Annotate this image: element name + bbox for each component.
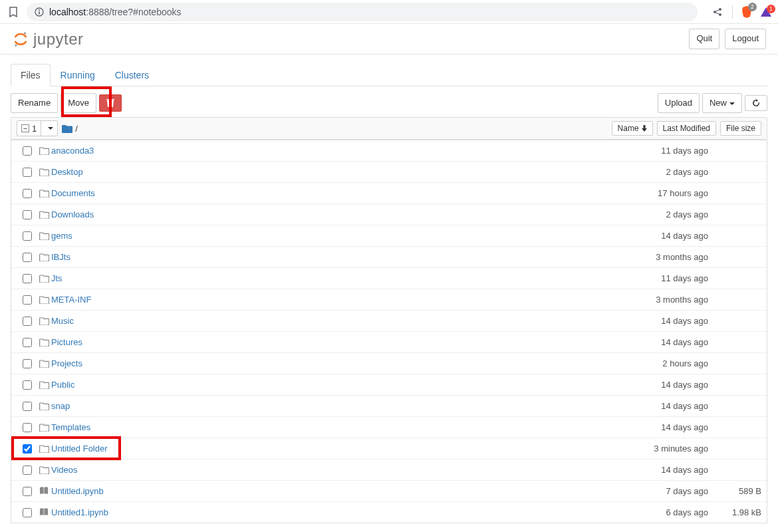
caret-down-icon	[48, 127, 53, 130]
row-checkbox[interactable]	[23, 168, 32, 177]
modified-cell: 17 hours ago	[608, 188, 715, 198]
folder-icon	[37, 381, 51, 389]
file-link[interactable]: snap	[51, 401, 70, 411]
select-dropdown[interactable]	[41, 121, 57, 136]
row-checkbox[interactable]	[23, 253, 32, 262]
tab-clusters[interactable]: Clusters	[105, 64, 159, 86]
row-checkbox[interactable]	[23, 338, 32, 347]
file-list: anaconda311 days agoDesktop2 days agoDoc…	[11, 140, 767, 523]
file-link[interactable]: Videos	[51, 465, 78, 475]
file-link[interactable]: IBJts	[51, 252, 70, 262]
jupyter-logo[interactable]: jupyter	[12, 30, 84, 49]
modified-cell: 14 days ago	[608, 231, 715, 241]
row-checkbox[interactable]	[23, 146, 32, 156]
folder-icon	[37, 253, 51, 261]
file-row: Templates14 days ago	[11, 416, 767, 438]
file-link[interactable]: Desktop	[51, 167, 83, 177]
arrow-down-icon	[642, 125, 647, 132]
folder-icon	[37, 402, 51, 410]
row-checkbox[interactable]	[23, 402, 32, 411]
file-row: IBJts3 months ago	[11, 246, 767, 267]
row-checkbox[interactable]	[23, 274, 32, 283]
size-cell: 589 B	[715, 486, 761, 496]
row-checkbox[interactable]	[23, 359, 32, 368]
file-link[interactable]: Downloads	[51, 209, 94, 219]
folder-icon	[37, 424, 51, 432]
row-checkbox[interactable]	[23, 210, 32, 219]
file-row: Pictures14 days ago	[11, 331, 767, 352]
folder-icon	[37, 360, 51, 368]
folder-icon	[37, 232, 51, 240]
tab-running[interactable]: Running	[51, 64, 105, 86]
move-button[interactable]: Move	[61, 93, 96, 113]
file-link[interactable]: Untitled1.ipynb	[51, 507, 108, 517]
svg-point-7	[15, 44, 17, 46]
folder-icon	[37, 168, 51, 176]
modified-cell: 14 days ago	[608, 337, 715, 347]
extension-icon[interactable]: 1	[761, 7, 771, 17]
svg-point-6	[24, 32, 26, 34]
row-checkbox[interactable]	[23, 423, 32, 432]
file-link[interactable]: Templates	[51, 422, 90, 432]
file-link[interactable]: Jts	[51, 273, 63, 283]
file-link[interactable]: Projects	[51, 358, 82, 368]
file-link[interactable]: Pictures	[51, 337, 82, 347]
sort-modified-button[interactable]: Last Modified	[657, 121, 716, 136]
file-row: Projects2 hours ago	[11, 352, 767, 374]
row-checkbox[interactable]	[23, 189, 32, 198]
notebook-icon	[37, 487, 51, 495]
rename-button[interactable]: Rename	[11, 93, 58, 113]
brave-shield-icon[interactable]: 2	[741, 5, 753, 19]
size-cell: 1.98 kB	[715, 507, 761, 517]
file-link[interactable]: Music	[51, 316, 74, 326]
file-link[interactable]: META-INF	[51, 295, 91, 305]
folder-icon	[37, 466, 51, 474]
modified-cell: 14 days ago	[608, 380, 715, 390]
file-link[interactable]: Public	[51, 380, 74, 390]
new-label: New	[710, 98, 727, 108]
file-link[interactable]: Documents	[51, 188, 95, 198]
row-checkbox[interactable]	[23, 466, 32, 475]
file-row: Public14 days ago	[11, 374, 767, 395]
file-link[interactable]: Untitled.ipynb	[51, 486, 104, 496]
row-checkbox[interactable]	[23, 487, 32, 496]
modified-cell: 3 months ago	[608, 295, 715, 305]
svg-point-2	[39, 9, 40, 11]
row-checkbox[interactable]	[23, 380, 32, 390]
bookmark-icon[interactable]	[7, 5, 20, 19]
new-dropdown[interactable]: New	[702, 93, 742, 113]
folder-icon	[37, 445, 51, 453]
row-checkbox[interactable]	[23, 444, 32, 454]
logout-button[interactable]: Logout	[725, 29, 766, 49]
modified-cell: 14 days ago	[608, 422, 715, 432]
sort-name-label: Name	[618, 124, 639, 133]
file-link[interactable]: gems	[51, 231, 72, 241]
file-link[interactable]: Untitled Folder	[51, 444, 108, 454]
sort-size-button[interactable]: File size	[720, 121, 761, 136]
refresh-icon	[752, 99, 760, 107]
refresh-button[interactable]	[745, 95, 767, 111]
jupyter-header: jupyter Quit Logout	[0, 24, 778, 55]
modified-cell: 3 months ago	[608, 252, 715, 262]
site-info-icon[interactable]	[35, 7, 44, 17]
modified-cell: 11 days ago	[608, 273, 715, 283]
upload-button[interactable]: Upload	[658, 93, 700, 113]
modified-cell: 11 days ago	[608, 146, 715, 156]
delete-button[interactable]	[99, 94, 122, 112]
address-bar[interactable]: localhost:8888/tree?#notebooks	[27, 3, 698, 21]
row-checkbox[interactable]	[23, 317, 32, 326]
list-header: − 1 / Name Last Modified File size	[11, 117, 767, 140]
share-icon[interactable]	[711, 5, 724, 19]
breadcrumb[interactable]: /	[62, 124, 78, 134]
folder-icon	[62, 124, 72, 133]
row-checkbox[interactable]	[23, 508, 32, 517]
file-row: Untitled Folder3 minutes ago	[11, 438, 767, 459]
row-checkbox[interactable]	[23, 295, 32, 305]
file-link[interactable]: anaconda3	[51, 146, 94, 156]
tab-files[interactable]: Files	[11, 64, 51, 86]
select-all-group[interactable]: − 1	[17, 120, 58, 136]
sort-name-button[interactable]: Name	[612, 121, 653, 136]
quit-button[interactable]: Quit	[689, 29, 719, 49]
indeterminate-checkbox-icon[interactable]: −	[21, 124, 29, 132]
row-checkbox[interactable]	[23, 231, 32, 241]
